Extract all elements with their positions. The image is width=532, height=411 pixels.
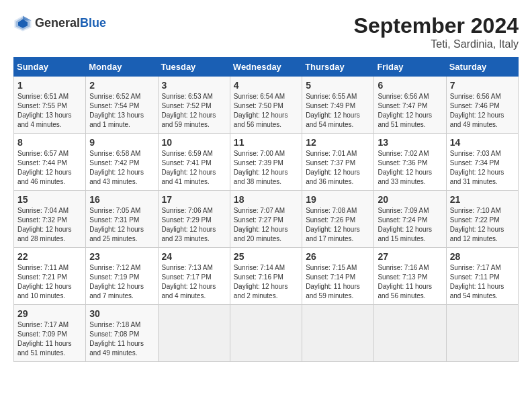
day-info: Sunrise: 7:17 AMSunset: 7:09 PMDaylight:… — [17, 321, 72, 357]
calendar-day-cell: 7 Sunrise: 6:56 AMSunset: 7:46 PMDayligh… — [446, 77, 518, 134]
calendar-day-cell — [230, 305, 302, 362]
calendar-day-cell: 9 Sunrise: 6:58 AMSunset: 7:42 PMDayligh… — [86, 134, 158, 191]
header-friday: Friday — [374, 58, 446, 77]
day-number: 20 — [378, 194, 442, 205]
day-number: 5 — [306, 80, 370, 91]
calendar-day-cell: 30 Sunrise: 7:18 AMSunset: 7:08 PMDaylig… — [86, 305, 158, 362]
calendar-week-row: 29 Sunrise: 7:17 AMSunset: 7:09 PMDaylig… — [14, 305, 519, 362]
logo-text: GeneralBlue — [35, 16, 106, 30]
calendar-day-cell: 16 Sunrise: 7:05 AMSunset: 7:31 PMDaylig… — [86, 191, 158, 248]
calendar-day-cell: 12 Sunrise: 7:01 AMSunset: 7:37 PMDaylig… — [302, 134, 374, 191]
calendar-day-cell: 19 Sunrise: 7:08 AMSunset: 7:26 PMDaylig… — [302, 191, 374, 248]
calendar-day-cell: 23 Sunrise: 7:12 AMSunset: 7:19 PMDaylig… — [86, 248, 158, 305]
day-number: 9 — [89, 137, 154, 148]
calendar-day-cell: 22 Sunrise: 7:11 AMSunset: 7:21 PMDaylig… — [14, 248, 86, 305]
calendar-day-cell: 21 Sunrise: 7:10 AMSunset: 7:22 PMDaylig… — [446, 191, 518, 248]
day-number: 2 — [89, 80, 154, 91]
day-info: Sunrise: 7:05 AMSunset: 7:31 PMDaylight:… — [89, 207, 144, 242]
location-subtitle: Teti, Sardinia, Italy — [354, 38, 519, 50]
calendar-day-cell: 1 Sunrise: 6:51 AMSunset: 7:55 PMDayligh… — [14, 77, 86, 134]
logo-general: General — [35, 16, 80, 30]
day-info: Sunrise: 6:58 AMSunset: 7:42 PMDaylight:… — [89, 150, 144, 185]
day-info: Sunrise: 6:51 AMSunset: 7:55 PMDaylight:… — [17, 93, 72, 128]
day-info: Sunrise: 7:17 AMSunset: 7:11 PMDaylight:… — [450, 264, 504, 300]
calendar-week-row: 15 Sunrise: 7:04 AMSunset: 7:32 PMDaylig… — [14, 191, 519, 248]
calendar-day-cell: 28 Sunrise: 7:17 AMSunset: 7:11 PMDaylig… — [446, 248, 518, 305]
day-number: 27 — [378, 251, 442, 262]
day-info: Sunrise: 7:06 AMSunset: 7:29 PMDaylight:… — [162, 207, 216, 242]
day-info: Sunrise: 6:53 AMSunset: 7:52 PMDaylight:… — [162, 93, 216, 128]
day-info: Sunrise: 7:12 AMSunset: 7:19 PMDaylight:… — [89, 264, 144, 300]
day-number: 19 — [306, 194, 370, 205]
calendar-day-cell: 18 Sunrise: 7:07 AMSunset: 7:27 PMDaylig… — [230, 191, 302, 248]
day-number: 12 — [306, 137, 370, 148]
month-title: September 2024 — [354, 13, 519, 38]
day-number: 24 — [162, 251, 226, 262]
day-info: Sunrise: 7:15 AMSunset: 7:14 PMDaylight:… — [306, 264, 360, 300]
day-number: 30 — [89, 308, 154, 319]
day-info: Sunrise: 7:08 AMSunset: 7:26 PMDaylight:… — [306, 207, 360, 242]
day-number: 29 — [17, 308, 82, 319]
calendar-day-cell: 27 Sunrise: 7:16 AMSunset: 7:13 PMDaylig… — [374, 248, 446, 305]
day-number: 14 — [450, 137, 515, 148]
calendar-table: Sunday Monday Tuesday Wednesday Thursday… — [13, 57, 519, 362]
header-sunday: Sunday — [14, 58, 86, 77]
day-info: Sunrise: 7:00 AMSunset: 7:39 PMDaylight:… — [234, 150, 288, 185]
day-number: 17 — [162, 194, 226, 205]
day-number: 16 — [89, 194, 154, 205]
calendar-day-cell: 26 Sunrise: 7:15 AMSunset: 7:14 PMDaylig… — [302, 248, 374, 305]
day-number: 18 — [234, 194, 298, 205]
header-wednesday: Wednesday — [230, 58, 302, 77]
calendar-day-cell — [158, 305, 230, 362]
day-info: Sunrise: 7:03 AMSunset: 7:34 PMDaylight:… — [450, 150, 504, 185]
day-info: Sunrise: 6:52 AMSunset: 7:54 PMDaylight:… — [89, 93, 144, 128]
logo: GeneralBlue — [13, 13, 106, 32]
calendar-day-cell: 20 Sunrise: 7:09 AMSunset: 7:24 PMDaylig… — [374, 191, 446, 248]
calendar-day-cell — [302, 305, 374, 362]
day-info: Sunrise: 6:54 AMSunset: 7:50 PMDaylight:… — [234, 93, 288, 128]
day-info: Sunrise: 7:13 AMSunset: 7:17 PMDaylight:… — [162, 264, 216, 300]
day-info: Sunrise: 7:04 AMSunset: 7:32 PMDaylight:… — [17, 207, 72, 242]
calendar-day-cell: 24 Sunrise: 7:13 AMSunset: 7:17 PMDaylig… — [158, 248, 230, 305]
calendar-week-row: 22 Sunrise: 7:11 AMSunset: 7:21 PMDaylig… — [14, 248, 519, 305]
day-info: Sunrise: 6:56 AMSunset: 7:47 PMDaylight:… — [378, 93, 432, 128]
calendar-day-cell: 8 Sunrise: 6:57 AMSunset: 7:44 PMDayligh… — [14, 134, 86, 191]
day-info: Sunrise: 7:07 AMSunset: 7:27 PMDaylight:… — [234, 207, 288, 242]
day-number: 13 — [378, 137, 442, 148]
day-number: 8 — [17, 137, 82, 148]
day-info: Sunrise: 7:14 AMSunset: 7:16 PMDaylight:… — [234, 264, 288, 300]
day-info: Sunrise: 7:10 AMSunset: 7:22 PMDaylight:… — [450, 207, 504, 242]
calendar-day-cell: 10 Sunrise: 6:59 AMSunset: 7:41 PMDaylig… — [158, 134, 230, 191]
calendar-day-cell: 14 Sunrise: 7:03 AMSunset: 7:34 PMDaylig… — [446, 134, 518, 191]
weekday-header-row: Sunday Monday Tuesday Wednesday Thursday… — [14, 58, 519, 77]
day-number: 15 — [17, 194, 82, 205]
day-number: 26 — [306, 251, 370, 262]
day-number: 22 — [17, 251, 82, 262]
day-number: 10 — [162, 137, 226, 148]
header-thursday: Thursday — [302, 58, 374, 77]
calendar-day-cell: 25 Sunrise: 7:14 AMSunset: 7:16 PMDaylig… — [230, 248, 302, 305]
day-number: 11 — [234, 137, 298, 148]
day-info: Sunrise: 7:18 AMSunset: 7:08 PMDaylight:… — [89, 321, 144, 357]
header-tuesday: Tuesday — [158, 58, 230, 77]
calendar-day-cell: 2 Sunrise: 6:52 AMSunset: 7:54 PMDayligh… — [86, 77, 158, 134]
day-number: 7 — [450, 80, 515, 91]
day-info: Sunrise: 7:11 AMSunset: 7:21 PMDaylight:… — [17, 264, 72, 300]
logo-blue: Blue — [80, 16, 106, 30]
title-section: September 2024 Teti, Sardinia, Italy — [354, 13, 519, 50]
page-header: GeneralBlue September 2024 Teti, Sardini… — [13, 13, 519, 50]
day-info: Sunrise: 6:59 AMSunset: 7:41 PMDaylight:… — [162, 150, 216, 185]
calendar-day-cell: 11 Sunrise: 7:00 AMSunset: 7:39 PMDaylig… — [230, 134, 302, 191]
day-number: 28 — [450, 251, 515, 262]
calendar-day-cell: 15 Sunrise: 7:04 AMSunset: 7:32 PMDaylig… — [14, 191, 86, 248]
header-monday: Monday — [86, 58, 158, 77]
day-info: Sunrise: 6:55 AMSunset: 7:49 PMDaylight:… — [306, 93, 360, 128]
day-number: 3 — [162, 80, 226, 91]
calendar-week-row: 1 Sunrise: 6:51 AMSunset: 7:55 PMDayligh… — [14, 77, 519, 134]
day-number: 1 — [17, 80, 82, 91]
day-number: 4 — [234, 80, 298, 91]
calendar-header: Sunday Monday Tuesday Wednesday Thursday… — [14, 58, 519, 77]
logo-icon — [13, 13, 32, 32]
svg-marker-3 — [23, 16, 32, 21]
day-number: 6 — [378, 80, 442, 91]
